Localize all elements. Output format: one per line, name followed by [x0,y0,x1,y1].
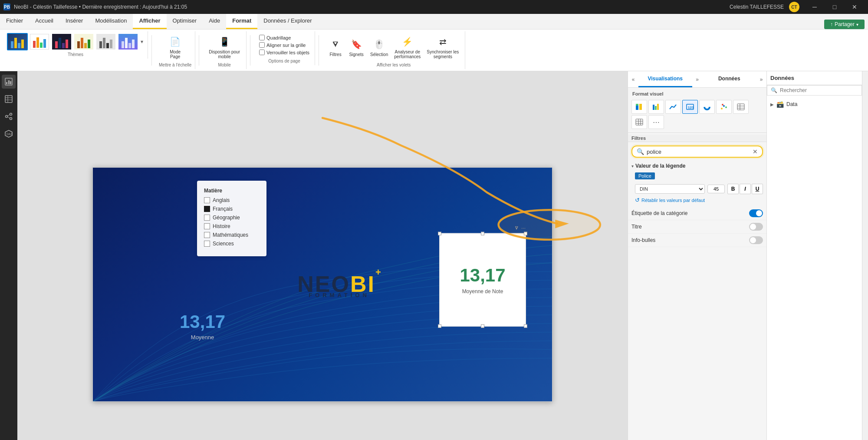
viz-icon-table[interactable] [733,100,749,114]
resize-handle-tr[interactable] [524,232,527,235]
infobulles-toggle[interactable] [749,236,763,244]
tab-modelisation[interactable]: Modélisation [89,14,133,29]
search-input[interactable] [647,149,750,155]
partager-button[interactable]: ↑ Partager ▾ [824,20,865,29]
filtres-button[interactable]: ⛛ Filtres [326,36,345,59]
tab-visualisations[interactable]: Visualisations [638,71,692,87]
synchroniser-button[interactable]: ⇄ Synchroniser lessegments [424,33,461,61]
data-icon: 🗃️ [776,101,784,108]
viz-icon-grouped-bar[interactable] [648,100,664,114]
filter-item-mathematiques[interactable]: Mathématiques [204,232,260,238]
signets-button[interactable]: 🔖 Signets [346,36,367,59]
font-select[interactable]: DIN Arial Calibri [635,184,705,194]
tab-accueil[interactable]: Accueil [29,14,59,29]
themes-label: Thèmes [68,52,83,57]
resize-handle-tc[interactable] [481,232,484,235]
sidebar-icon-model[interactable] [2,109,16,123]
theme-2[interactable] [29,33,50,50]
etiquette-toggle[interactable] [749,209,763,217]
theme-3[interactable] [51,33,72,50]
verrouiller-check[interactable]: Verrouiller les objets [259,50,309,55]
filter-item-geographie[interactable]: Géographie [204,215,260,221]
sidebar-icon-report[interactable] [2,75,16,89]
tab-fichier[interactable]: Fichier [0,14,29,29]
minimize-button[interactable]: ─ [805,0,825,14]
aligner-grille-check[interactable]: Aligner sur la grille [259,42,309,48]
resize-handle-tl[interactable] [438,232,441,235]
themes-group: ▾ Thèmes [3,31,148,59]
data-tree-item-data[interactable]: ▶ 🗃️ Data [767,99,862,109]
theme-4[interactable] [73,33,94,50]
quadrillage-check[interactable]: Quadrillage [259,35,309,40]
canvas-area: Matière Anglais Français Géographie [17,71,628,440]
filter-item-histoire[interactable]: Histoire [204,223,260,229]
sidebar-icon-table[interactable] [2,92,16,106]
separator-3 [250,35,250,66]
tab-donnees[interactable]: Données [703,71,756,87]
left-sidebar: DAX [0,71,17,440]
card-value: 13,17 [460,265,505,286]
viz-icons-section: 123 [628,98,766,131]
analyseur-button[interactable]: ⚡ Analyseur deperformances [391,33,423,61]
resize-handle-bc[interactable] [481,324,484,328]
ribbon-content: ▾ Thèmes 📄 ModePage Mettre à l'échelle 📱 [0,30,868,71]
filter-item-sciences[interactable]: Sciences [204,241,260,247]
card-visual[interactable]: ⛛ ··· 13,17 Moyenne de Note [439,233,526,326]
filters-indicator: Filtres [628,135,766,142]
tab-format[interactable]: Format [226,14,257,29]
viz-icon-matrix[interactable] [631,115,647,129]
themes-more-button[interactable]: ▾ [140,38,144,46]
titre-toggle[interactable] [749,223,763,231]
filter-panel: Matière Anglais Français Géographie [197,181,266,256]
bold-button[interactable]: B [727,184,739,194]
disposition-mobile-button[interactable]: 📱 Disposition pourmobile [206,33,243,61]
valeur-legende-header[interactable]: ▾ Valeur de la légende [631,161,763,171]
panel-collapse-left[interactable]: « [628,71,638,87]
resize-handle-br[interactable] [524,324,527,328]
mettre-echelle-group: 📄 ModePage Mettre à l'échelle [155,31,195,69]
donnees-search-input[interactable] [780,87,858,93]
search-container: 🔍 ✕ [628,142,766,161]
selection-button[interactable]: 🖱️ Sélection [368,36,391,59]
right-panel: « Visualisations » Données » Format visu… [628,71,766,440]
maximize-button[interactable]: □ [825,0,845,14]
svg-point-10 [10,118,12,120]
infobulles-label: Info-bulles [631,237,655,243]
filter-item-anglais[interactable]: Anglais [204,197,260,203]
viz-icon-card[interactable]: 123 [682,100,698,114]
underline-button[interactable]: U [752,184,763,194]
theme-5[interactable] [95,33,116,50]
right-panel-header: « Visualisations » Données » [628,71,766,88]
title-bar-right: Celestin TAILLEFESSE CT ─ □ ✕ [730,0,865,14]
panel-expand-donnees[interactable]: » [756,71,766,87]
viz-icon-line[interactable] [665,100,681,114]
close-button[interactable]: ✕ [845,0,865,14]
viz-icon-scatter[interactable] [716,100,732,114]
sidebar-icon-dax[interactable]: DAX [2,127,16,141]
mobile-label: Mobile [218,63,230,67]
filter-item-francais[interactable]: Français [204,206,260,212]
tab-aide[interactable]: Aide [203,14,226,29]
font-size-input[interactable] [707,185,725,193]
mode-page-button[interactable]: 📄 ModePage [165,33,186,61]
kpi-left: 13,17 Moyenne [180,311,225,341]
resize-handle-bl[interactable] [438,324,441,328]
tab-afficher[interactable]: Afficher [133,14,166,29]
svg-text:DAX: DAX [7,132,13,136]
italic-button[interactable]: I [740,184,751,194]
viz-icon-stacked-bar[interactable] [631,100,647,114]
search-clear-button[interactable]: ✕ [753,148,758,155]
separator-1 [151,35,152,66]
tab-donnees-explorer[interactable]: Données / Explorer [257,14,318,29]
theme-1[interactable] [7,33,28,50]
format-visuel-label: Format visuel [628,88,766,98]
theme-6[interactable] [118,33,138,50]
tab-optimiser[interactable]: Optimiser [167,14,203,29]
separator-2 [199,35,199,66]
reset-link[interactable]: ↺ Rétablir les valeurs par défaut [631,195,763,205]
scrollbar[interactable] [862,71,868,440]
viz-icon-donut[interactable] [699,100,715,114]
tab-inserer[interactable]: Insérer [59,14,89,29]
viz-icon-more[interactable]: ⋯ [648,115,664,129]
panel-expand-right[interactable]: » [692,71,703,87]
